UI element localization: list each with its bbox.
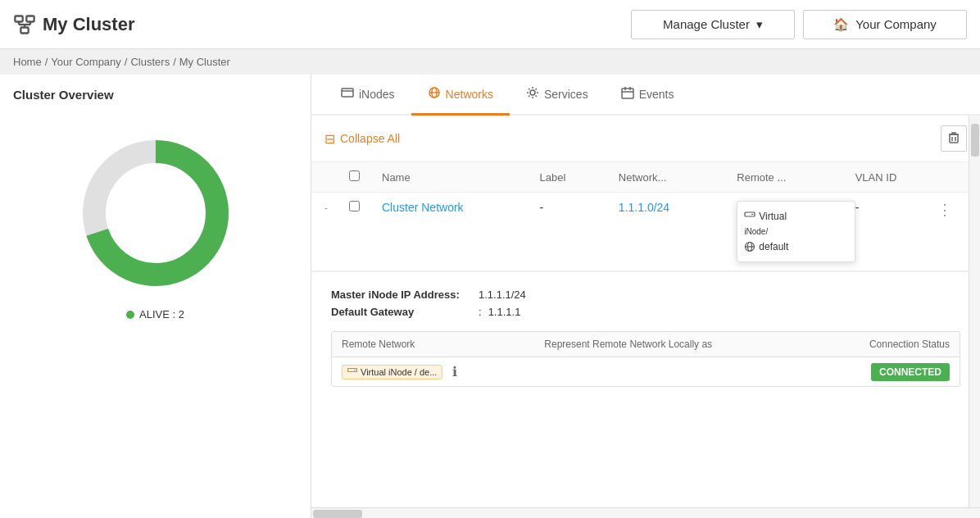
- status-cell: CONNECTED: [798, 366, 951, 378]
- delete-button[interactable]: [941, 125, 967, 152]
- network-tag-label: Virtual iNode / de...: [361, 367, 437, 377]
- collapse-icon: ⊟: [324, 131, 335, 147]
- breadcrumb-clusters[interactable]: Clusters: [130, 56, 170, 68]
- right-panel: iNodes Networks: [311, 75, 980, 518]
- rcol-represent-header: Represent Remote Network Locally as: [544, 339, 797, 350]
- master-inode-row: Master iNode IP Address: 1.1.1.1/24: [331, 289, 960, 301]
- remote-table: Remote Network Represent Remote Network …: [331, 331, 960, 387]
- tab-services[interactable]: Services: [510, 75, 605, 116]
- trash-icon: [948, 131, 960, 147]
- remote-popup: Virtual iNode/ default: [737, 201, 855, 262]
- remote-table-header: Remote Network Represent Remote Network …: [332, 332, 960, 357]
- gateway-label: Default Gateway: [331, 306, 479, 318]
- alive-legend-dot: [126, 311, 134, 319]
- select-all-checkbox[interactable]: [349, 170, 360, 181]
- left-panel: Cluster Overview ALIVE : 2: [0, 75, 311, 518]
- col-vlan-header: VLAN ID: [855, 171, 934, 184]
- hscroll-thumb: [313, 510, 362, 518]
- collapse-all-button[interactable]: ⊟ Collapse All: [324, 131, 400, 147]
- main-layout: Cluster Overview ALIVE : 2: [0, 75, 980, 518]
- network-tag: Virtual iNode / de...: [342, 365, 442, 379]
- scroll-container[interactable]: ⊟ Collapse All: [311, 116, 980, 507]
- table-row: - Cluster Network - 1.1.1.0/24: [311, 193, 980, 271]
- tab-bar: iNodes Networks: [311, 75, 980, 116]
- tab-networks[interactable]: Networks: [411, 75, 510, 116]
- breadcrumb-current: My Cluster: [179, 56, 230, 68]
- svg-point-14: [530, 90, 535, 95]
- toolbar: ⊟ Collapse All: [311, 116, 980, 162]
- col-network-header: Network...: [619, 171, 737, 184]
- donut-chart-container: ALIVE : 2: [13, 115, 297, 337]
- vertical-scrollbar[interactable]: [969, 116, 980, 507]
- col-label-header: Label: [540, 171, 619, 184]
- row-label: -: [540, 201, 619, 214]
- rcol-network-header: Remote Network: [342, 339, 544, 350]
- server-small-icon: [347, 368, 357, 376]
- col-remote-header: Remote ...: [737, 171, 855, 184]
- remote-popup-area: Virtual iNode/ default: [737, 201, 855, 262]
- cluster-icon: [13, 13, 36, 36]
- svg-rect-2: [20, 27, 28, 33]
- tab-inodes[interactable]: iNodes: [324, 75, 411, 116]
- donut-chart: [74, 131, 238, 295]
- page-title: My Cluster: [13, 13, 631, 36]
- col-name-header: Name: [382, 171, 540, 184]
- scrollbar-thumb: [971, 124, 979, 157]
- globe-icon: [744, 241, 755, 252]
- donut-legend: ALIVE : 2: [126, 308, 184, 320]
- cluster-overview-title: Cluster Overview: [13, 88, 297, 102]
- row-checkbox[interactable]: [349, 201, 360, 211]
- master-inode-label: Master iNode IP Address:: [331, 289, 479, 301]
- events-icon: [621, 86, 634, 102]
- svg-rect-0: [15, 16, 22, 21]
- manage-cluster-button[interactable]: Manage Cluster ▾: [631, 10, 795, 39]
- remote-popup-item-1: Virtual: [744, 208, 847, 225]
- remote-popup-item-2: iNode/: [744, 225, 847, 239]
- remote-network-cell: Virtual iNode / de... ℹ: [342, 364, 544, 379]
- rcol-status-header: Connection Status: [798, 339, 951, 350]
- horizontal-scrollbar[interactable]: [311, 507, 980, 518]
- services-icon: [526, 86, 539, 102]
- inodes-icon: [341, 87, 354, 101]
- connected-badge: CONNECTED: [871, 363, 950, 381]
- breadcrumb-company[interactable]: Your Company: [51, 56, 121, 68]
- chevron-down-icon: ▾: [756, 17, 763, 32]
- gateway-row: Default Gateway : 1.1.1.1: [331, 306, 960, 318]
- header: My Cluster Manage Cluster ▾ 🏠 Your Compa…: [0, 0, 980, 49]
- alive-label: ALIVE : 2: [139, 308, 184, 320]
- row-network: 1.1.1.0/24: [619, 201, 737, 214]
- svg-rect-9: [342, 89, 353, 97]
- svg-rect-15: [622, 89, 633, 98]
- networks-icon: [428, 86, 441, 102]
- svg-rect-1: [26, 16, 34, 21]
- home-icon: 🏠: [833, 17, 849, 32]
- gateway-value: 1.1.1.1: [488, 306, 521, 318]
- server-icon: [744, 211, 755, 221]
- breadcrumb: Home / Your Company / Clusters / My Clus…: [0, 49, 980, 75]
- table-header: Name Label Network... Remote ... VLAN ID: [311, 162, 980, 193]
- svg-rect-22: [745, 212, 755, 216]
- tab-events[interactable]: Events: [605, 75, 691, 116]
- row-more-button[interactable]: ⋮: [934, 201, 955, 219]
- row-expand-button[interactable]: -: [324, 202, 328, 214]
- row-name: Cluster Network: [382, 201, 540, 214]
- info-button[interactable]: ℹ: [452, 364, 457, 379]
- breadcrumb-home[interactable]: Home: [13, 56, 42, 68]
- svg-rect-19: [950, 134, 958, 143]
- detail-section: Master iNode IP Address: 1.1.1.1/24 Defa…: [311, 271, 980, 403]
- row-vlan: -: [855, 201, 934, 214]
- master-inode-value: 1.1.1.1/24: [479, 289, 526, 301]
- company-button[interactable]: 🏠 Your Company: [803, 10, 967, 39]
- remote-table-row: Virtual iNode / de... ℹ CONNECTED: [332, 357, 960, 386]
- remote-popup-item-3: default: [744, 239, 847, 255]
